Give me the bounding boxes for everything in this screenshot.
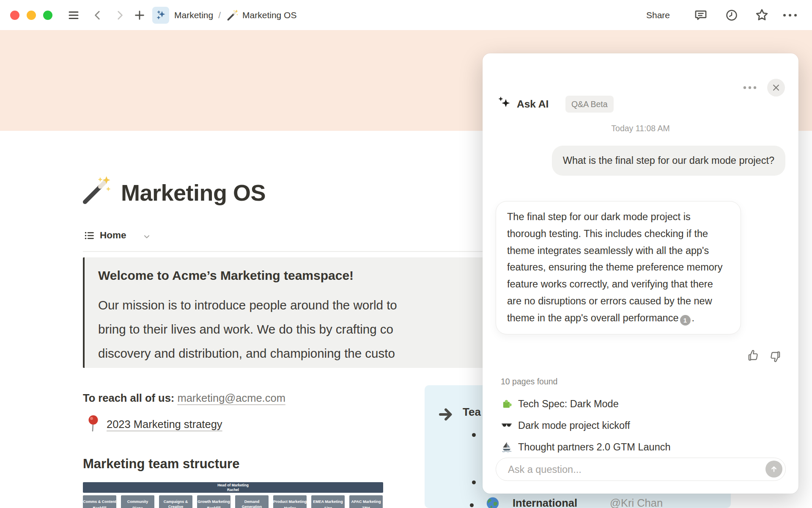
thumbs-up-icon[interactable] — [747, 349, 760, 362]
pushpin-emoji-icon — [87, 415, 100, 432]
breadcrumb-separator: / — [218, 10, 221, 20]
breadcrumb-teamspace[interactable]: Marketing — [174, 10, 213, 20]
breadcrumb: Marketing/ Marketing OS — [174, 0, 296, 30]
org-chart-box: EMEA MarketingAine — [311, 495, 345, 508]
ask-question-input[interactable] — [507, 459, 754, 480]
updates-clock-icon[interactable] — [725, 8, 738, 22]
puzzle-icon — [501, 398, 513, 410]
ask-ai-panel: Ask AI Q&A Beta Today 11:08 AM What is t… — [483, 53, 798, 494]
team-structure-heading: Marketing team structure — [83, 456, 239, 472]
org-chart-box: Growth MarketingBackfill — [197, 495, 230, 508]
org-chart-box: CommunityDiana — [121, 495, 154, 508]
sidebar-menu-icon[interactable] — [67, 9, 80, 22]
ask-ai-title: Ask AI — [517, 96, 549, 113]
chat-timestamp: Today 11:08 AM — [483, 124, 798, 133]
email-link[interactable]: marketing@acme.com — [177, 392, 285, 404]
list-bullet — [472, 433, 476, 437]
favorite-star-icon[interactable] — [754, 8, 769, 22]
sunglasses-icon — [501, 420, 513, 431]
person-mention[interactable]: @Kri Chan — [610, 497, 663, 508]
breadcrumb-page[interactable]: Marketing OS — [242, 10, 296, 20]
result-row[interactable]: Dark mode project kickoff — [501, 418, 630, 433]
team-updates-title: Tea — [463, 406, 481, 419]
answer-period: . — [692, 312, 695, 323]
result-row[interactable]: Tech Spec: Dark Mode — [501, 397, 619, 411]
window-close-button[interactable] — [10, 11, 19, 20]
org-head-role: Head of Marketing — [83, 483, 383, 488]
list-view-icon — [84, 230, 95, 241]
panel-more-options-icon[interactable] — [741, 84, 758, 91]
strategy-page-link[interactable]: 2023 Marketing strategy — [107, 418, 222, 431]
chevron-down-icon[interactable] — [143, 233, 151, 240]
result-title: Tech Spec: Dark Mode — [518, 397, 619, 411]
result-row[interactable]: Thought partners 2.0 GTM Launch — [501, 440, 671, 454]
international-page-link[interactable]: International — [513, 497, 577, 508]
org-chart-head: Head of Marketing Rachel — [83, 482, 383, 493]
contact-label: To reach all of us: — [83, 392, 177, 404]
results-count: 10 pages found — [501, 377, 557, 387]
ask-question-inputbox — [496, 458, 786, 481]
list-bullet — [472, 480, 476, 484]
close-icon — [772, 83, 780, 92]
close-panel-button[interactable] — [767, 79, 785, 97]
window-minimize-button[interactable] — [27, 11, 36, 20]
ai-answer-text: The final step for our dark mode project… — [507, 211, 722, 323]
comments-icon[interactable] — [694, 8, 708, 22]
list-bullet — [470, 503, 474, 507]
user-question-bubble: What is the final step for our dark mode… — [552, 146, 785, 176]
app-window: Marketing/ Marketing OS Share — [0, 0, 812, 508]
ask-ai-sparkle-icon — [496, 94, 513, 111]
org-chart-box: APAC MarketingTBH — [349, 495, 383, 508]
teamspace-sparkles-icon[interactable] — [152, 7, 169, 24]
forward-arrow-icon[interactable] — [114, 9, 125, 21]
send-arrow-icon — [769, 464, 779, 474]
page-title: Marketing OS — [121, 178, 266, 207]
share-button[interactable]: Share — [646, 0, 670, 30]
sailboat-icon — [501, 441, 513, 453]
window-zoom-button[interactable] — [43, 11, 52, 20]
arrow-right-icon — [437, 406, 455, 423]
qa-beta-badge: Q&A Beta — [565, 96, 614, 113]
org-chart-box: Campaigns & CreativeRob — [159, 495, 192, 508]
thumbs-down-icon[interactable] — [768, 350, 782, 363]
org-head-name: Rachel — [83, 488, 383, 492]
more-options-icon[interactable] — [782, 12, 798, 18]
org-chart-box: Comms & ContentBackfill — [83, 495, 116, 508]
globe-emoji-icon — [486, 496, 500, 508]
ai-answer-bubble: The final step for our dark mode project… — [496, 201, 741, 334]
wand-emoji-icon — [227, 9, 239, 21]
contact-line: To reach all of us: marketing@acme.com — [83, 390, 285, 406]
new-page-icon[interactable] — [134, 9, 145, 21]
send-button[interactable] — [765, 461, 782, 478]
back-arrow-icon[interactable] — [92, 9, 103, 21]
result-title: Thought partners 2.0 GTM Launch — [518, 440, 671, 454]
citation-chip[interactable]: 1 — [680, 315, 691, 326]
result-title: Dark mode project kickoff — [518, 418, 630, 433]
top-bar: Marketing/ Marketing OS Share — [0, 0, 812, 30]
page-wand-emoji-icon[interactable] — [81, 175, 112, 206]
org-chart-box: Product MarketingHurley — [273, 495, 307, 508]
tab-home[interactable]: Home — [100, 228, 126, 243]
org-chart-box: Demand GenerationHa — [235, 495, 269, 508]
